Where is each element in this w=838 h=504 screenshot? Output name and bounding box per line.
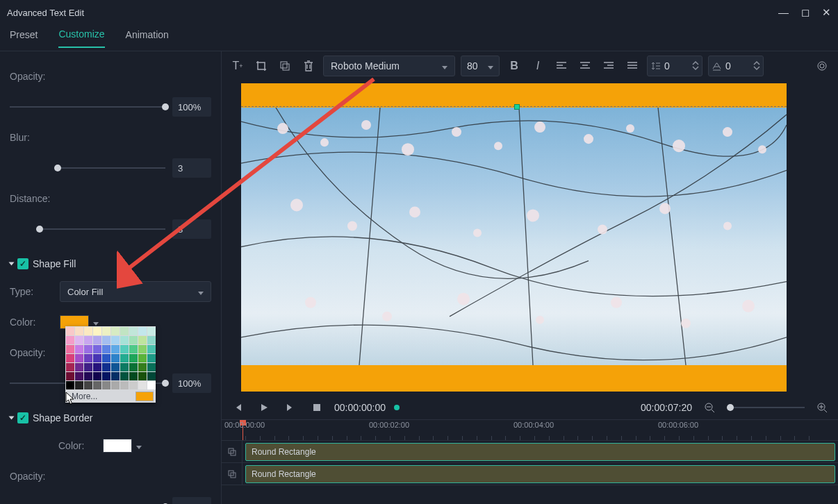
align-justify-button[interactable] <box>623 57 641 75</box>
palette-color[interactable] <box>93 381 101 389</box>
palette-color[interactable] <box>111 345 120 353</box>
palette-color[interactable] <box>138 372 147 380</box>
line-spacing-input[interactable] <box>647 56 703 76</box>
palette-color[interactable] <box>93 336 101 344</box>
zoom-in-button[interactable] <box>813 398 831 417</box>
palette-color[interactable] <box>147 372 156 380</box>
type-dropdown[interactable]: Color Fill <box>60 281 211 302</box>
align-left-button[interactable] <box>552 57 570 75</box>
palette-color[interactable] <box>111 354 120 362</box>
tab-animation[interactable]: Animation <box>126 29 169 47</box>
palette-color[interactable] <box>111 327 120 335</box>
align-right-button[interactable] <box>600 57 618 75</box>
palette-color[interactable] <box>75 372 83 380</box>
close-button[interactable]: ✕ <box>822 6 831 19</box>
timeline[interactable]: 00:00:00:0000:00:02:0000:00:04:0000:00:0… <box>222 419 838 504</box>
track-row[interactable]: Round Rectangle <box>222 463 838 485</box>
palette-color[interactable] <box>120 372 129 380</box>
preview-canvas[interactable] <box>241 83 787 392</box>
minimize-button[interactable]: — <box>778 6 789 19</box>
palette-color[interactable] <box>84 354 92 362</box>
palette-color[interactable] <box>66 336 74 344</box>
align-center-button[interactable] <box>576 57 594 75</box>
palette-color[interactable] <box>120 327 129 335</box>
distance-value[interactable] <box>172 219 211 239</box>
palette-color[interactable] <box>147 381 156 389</box>
char-spacing-input[interactable] <box>708 56 764 76</box>
palette-color[interactable] <box>138 354 147 362</box>
shape-fill-section[interactable]: ✓ Shape Fill <box>10 255 211 272</box>
palette-color[interactable] <box>66 372 74 380</box>
palette-color[interactable] <box>147 336 156 344</box>
palette-color[interactable] <box>66 345 74 353</box>
shape-border-section[interactable]: ✓ Shape Border <box>10 410 211 426</box>
palette-color[interactable] <box>84 336 92 344</box>
palette-color[interactable] <box>93 372 101 380</box>
timeline-ruler[interactable]: 00:00:00:0000:00:02:0000:00:04:0000:00:0… <box>222 420 838 441</box>
palette-color[interactable] <box>75 381 83 389</box>
palette-color[interactable] <box>93 345 101 353</box>
palette-color[interactable] <box>93 327 101 335</box>
palette-color[interactable] <box>66 327 74 335</box>
italic-button[interactable]: I <box>529 57 547 75</box>
opacity-value[interactable] <box>172 97 211 117</box>
track-row[interactable]: Round Rectangle <box>222 441 838 463</box>
shape-border-checkbox[interactable]: ✓ <box>17 412 28 423</box>
border-opacity-value[interactable] <box>172 497 211 504</box>
blur-value[interactable] <box>172 158 211 178</box>
tab-customize[interactable]: Customize <box>58 28 104 48</box>
step-back-button[interactable] <box>229 398 247 417</box>
timeline-clip[interactable]: Round Rectangle <box>245 443 835 461</box>
palette-color[interactable] <box>129 354 138 362</box>
palette-color[interactable] <box>111 336 120 344</box>
blur-slider[interactable] <box>54 158 211 178</box>
shape-fill-checkbox[interactable]: ✓ <box>17 258 28 269</box>
palette-color[interactable] <box>138 381 147 389</box>
palette-color[interactable] <box>120 336 129 344</box>
palette-color[interactable] <box>102 354 110 362</box>
center-view-button[interactable] <box>813 57 831 75</box>
tab-preset[interactable]: Preset <box>10 29 38 47</box>
palette-color[interactable] <box>66 354 74 362</box>
palette-color[interactable] <box>129 327 138 335</box>
palette-color[interactable] <box>138 336 147 344</box>
palette-color[interactable] <box>102 327 110 335</box>
zoom-out-button[interactable] <box>700 398 718 417</box>
crop-button[interactable] <box>252 57 270 75</box>
stepper[interactable] <box>753 61 763 71</box>
palette-color[interactable] <box>102 363 110 371</box>
palette-color[interactable] <box>102 381 110 389</box>
palette-color[interactable] <box>138 345 147 353</box>
palette-color[interactable] <box>102 372 110 380</box>
palette-color[interactable] <box>129 372 138 380</box>
play-button[interactable] <box>255 398 273 417</box>
palette-color[interactable] <box>84 381 92 389</box>
fill-opacity-value[interactable] <box>172 373 211 393</box>
stop-button[interactable] <box>308 398 326 417</box>
delete-button[interactable] <box>299 57 318 75</box>
palette-color[interactable] <box>129 381 138 389</box>
color-palette-popup[interactable]: More... <box>65 326 156 403</box>
palette-color[interactable] <box>93 363 101 371</box>
stepper[interactable] <box>692 61 702 71</box>
palette-color[interactable] <box>147 345 156 353</box>
distance-slider[interactable] <box>36 219 211 239</box>
palette-color[interactable] <box>120 363 129 371</box>
font-size-select[interactable]: 80 <box>461 56 500 76</box>
palette-more-button[interactable]: More... <box>72 392 97 401</box>
font-select[interactable]: Roboto Medium <box>323 56 455 76</box>
palette-color[interactable] <box>147 363 156 371</box>
palette-color[interactable] <box>75 336 83 344</box>
palette-color[interactable] <box>75 345 83 353</box>
timeline-clip[interactable]: Round Rectangle <box>245 465 835 483</box>
palette-color[interactable] <box>147 327 156 335</box>
palette-color[interactable] <box>102 345 110 353</box>
palette-color[interactable] <box>84 345 92 353</box>
maximize-button[interactable]: ◻ <box>801 6 810 19</box>
bold-button[interactable]: B <box>505 57 523 75</box>
border-opacity-slider[interactable] <box>10 497 211 504</box>
palette-color[interactable] <box>129 336 138 344</box>
palette-color[interactable] <box>84 327 92 335</box>
palette-color[interactable] <box>120 354 129 362</box>
palette-color[interactable] <box>66 381 74 389</box>
